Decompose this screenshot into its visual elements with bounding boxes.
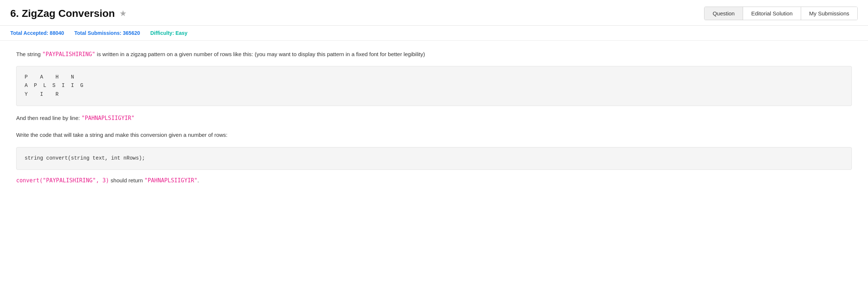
tab-editorial[interactable]: Editorial Solution (743, 7, 801, 20)
main-content: The string "PAYPALISHIRING" is written i… (0, 41, 868, 193)
function-signature-block: string convert(string text, int nRows); (16, 147, 852, 170)
description-paragraph: The string "PAYPALISHIRING" is written i… (16, 50, 852, 59)
meta-bar: Total Accepted: 88040 Total Submissions:… (0, 26, 868, 41)
write-code-text: Write the code that will take a string a… (16, 130, 852, 140)
difficulty: Difficulty: Easy (150, 30, 187, 36)
total-submissions-value: 365620 (123, 30, 140, 36)
total-submissions: Total Submissions: 365620 (74, 30, 140, 36)
read-line-section: And then read line by line: "PAHNAPLSIIG… (16, 113, 852, 123)
title-section: 6. ZigZag Conversion ★ (10, 8, 127, 19)
description-end: is written in a zigzag pattern on a give… (95, 51, 425, 57)
difficulty-label: Difficulty: (150, 30, 174, 36)
read-highlight: "PAHNAPLSIIGYIR" (82, 115, 135, 121)
zigzag-pattern-block: P A H N A P L S I I G Y I R (16, 66, 852, 106)
example-prefix: convert("PAYPALISHIRING", 3) (16, 177, 109, 184)
page-title: 6. ZigZag Conversion (10, 8, 115, 19)
example-suffix: . (197, 177, 199, 183)
total-accepted-label: Total Accepted: (10, 30, 48, 36)
page-header: 6. ZigZag Conversion ★ Question Editoria… (0, 0, 868, 26)
tab-submissions[interactable]: My Submissions (801, 7, 857, 20)
total-accepted: Total Accepted: 88040 (10, 30, 64, 36)
example-value: "PAHNAPLSIIGYIR" (144, 177, 198, 184)
tab-question[interactable]: Question (704, 7, 743, 20)
example-mid: should return (109, 177, 144, 183)
star-icon[interactable]: ★ (119, 9, 127, 18)
total-accepted-value: 88040 (50, 30, 64, 36)
description-start: The string (16, 51, 42, 57)
difficulty-value: Easy (175, 30, 187, 36)
example-line: convert("PAYPALISHIRING", 3) should retu… (16, 177, 852, 184)
total-submissions-label: Total Submissions: (74, 30, 121, 36)
tab-group: Question Editorial Solution My Submissio… (704, 7, 858, 20)
and-then-text: And then read line by line: (16, 115, 82, 121)
string-highlight: "PAYPALISHIRING" (42, 51, 96, 58)
